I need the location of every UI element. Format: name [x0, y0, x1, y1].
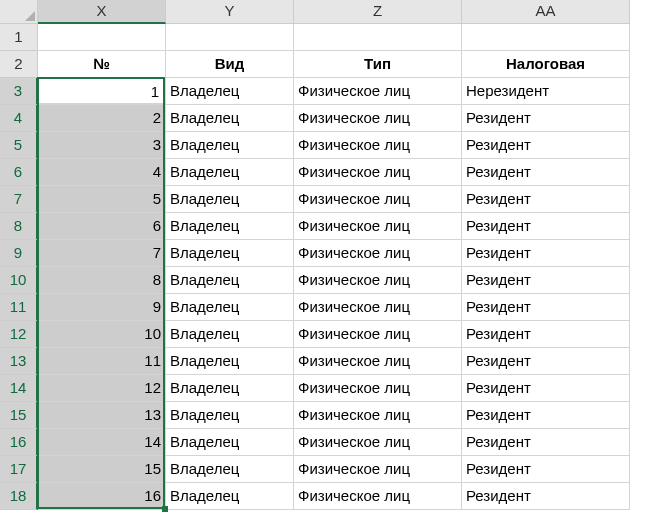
column-header-AA[interactable]: AA — [462, 0, 630, 24]
spreadsheet-grid[interactable]: XYZAA12№ВидТипНалоговая31ВладелецФизичес… — [0, 0, 645, 510]
cell-AA4[interactable]: Резидент — [462, 105, 630, 132]
cell-Z2[interactable]: Тип — [294, 51, 462, 78]
cell-AA3[interactable]: Нерезидент — [462, 78, 630, 105]
cell-Y2[interactable]: Вид — [166, 51, 294, 78]
row-header-16[interactable]: 16 — [0, 429, 38, 456]
column-header-Y[interactable]: Y — [166, 0, 294, 24]
cell-X3[interactable]: 1 — [38, 78, 166, 105]
cell-Y1[interactable] — [166, 24, 294, 51]
cell-Y11[interactable]: Владелец — [166, 294, 294, 321]
cell-AA5[interactable]: Резидент — [462, 132, 630, 159]
row-header-4[interactable]: 4 — [0, 105, 38, 132]
cell-AA15[interactable]: Резидент — [462, 402, 630, 429]
cell-Y8[interactable]: Владелец — [166, 213, 294, 240]
cell-Y18[interactable]: Владелец — [166, 483, 294, 510]
cell-AA17[interactable]: Резидент — [462, 456, 630, 483]
cell-AA8[interactable]: Резидент — [462, 213, 630, 240]
cell-Z1[interactable] — [294, 24, 462, 51]
cell-X13[interactable]: 11 — [38, 348, 166, 375]
cell-AA14[interactable]: Резидент — [462, 375, 630, 402]
cell-AA6[interactable]: Резидент — [462, 159, 630, 186]
row-header-7[interactable]: 7 — [0, 186, 38, 213]
row-header-1[interactable]: 1 — [0, 24, 38, 51]
cell-Y4[interactable]: Владелец — [166, 105, 294, 132]
cell-Z16[interactable]: Физическое лиц — [294, 429, 462, 456]
cell-Y14[interactable]: Владелец — [166, 375, 294, 402]
cell-X9[interactable]: 7 — [38, 240, 166, 267]
column-header-Z[interactable]: Z — [294, 0, 462, 24]
cell-X1[interactable] — [38, 24, 166, 51]
cell-AA12[interactable]: Резидент — [462, 321, 630, 348]
cell-Z8[interactable]: Физическое лиц — [294, 213, 462, 240]
row-header-8[interactable]: 8 — [0, 213, 38, 240]
cell-Z13[interactable]: Физическое лиц — [294, 348, 462, 375]
cell-AA10[interactable]: Резидент — [462, 267, 630, 294]
cell-AA2[interactable]: Налоговая — [462, 51, 630, 78]
cell-X17[interactable]: 15 — [38, 456, 166, 483]
cell-Z10[interactable]: Физическое лиц — [294, 267, 462, 294]
row-header-18[interactable]: 18 — [0, 483, 38, 510]
row-header-9[interactable]: 9 — [0, 240, 38, 267]
cell-Z18[interactable]: Физическое лиц — [294, 483, 462, 510]
row-header-6[interactable]: 6 — [0, 159, 38, 186]
cell-X2[interactable]: № — [38, 51, 166, 78]
cell-Z14[interactable]: Физическое лиц — [294, 375, 462, 402]
select-all-corner[interactable] — [0, 0, 38, 24]
cell-Z7[interactable]: Физическое лиц — [294, 186, 462, 213]
cell-Z4[interactable]: Физическое лиц — [294, 105, 462, 132]
cell-AA13[interactable]: Резидент — [462, 348, 630, 375]
cell-AA1[interactable] — [462, 24, 630, 51]
cell-X11[interactable]: 9 — [38, 294, 166, 321]
cell-AA7[interactable]: Резидент — [462, 186, 630, 213]
cell-Y9[interactable]: Владелец — [166, 240, 294, 267]
cell-Y17[interactable]: Владелец — [166, 456, 294, 483]
cell-AA18[interactable]: Резидент — [462, 483, 630, 510]
cell-Z17[interactable]: Физическое лиц — [294, 456, 462, 483]
cell-AA9[interactable]: Резидент — [462, 240, 630, 267]
cell-Y3[interactable]: Владелец — [166, 78, 294, 105]
cell-Z6[interactable]: Физическое лиц — [294, 159, 462, 186]
cell-Z15[interactable]: Физическое лиц — [294, 402, 462, 429]
cell-Y12[interactable]: Владелец — [166, 321, 294, 348]
cell-X7[interactable]: 5 — [38, 186, 166, 213]
cell-Y16[interactable]: Владелец — [166, 429, 294, 456]
cell-X18[interactable]: 16 — [38, 483, 166, 510]
cell-X16[interactable]: 14 — [38, 429, 166, 456]
cell-Z9[interactable]: Физическое лиц — [294, 240, 462, 267]
cell-X14[interactable]: 12 — [38, 375, 166, 402]
cell-X4[interactable]: 2 — [38, 105, 166, 132]
row-header-12[interactable]: 12 — [0, 321, 38, 348]
cell-AA11[interactable]: Резидент — [462, 294, 630, 321]
column-header-X[interactable]: X — [38, 0, 166, 24]
cell-Z3[interactable]: Физическое лиц — [294, 78, 462, 105]
cell-Y6[interactable]: Владелец — [166, 159, 294, 186]
cell-X15[interactable]: 13 — [38, 402, 166, 429]
cell-X5[interactable]: 3 — [38, 132, 166, 159]
cell-X10[interactable]: 8 — [38, 267, 166, 294]
cell-Y5[interactable]: Владелец — [166, 132, 294, 159]
row-header-2[interactable]: 2 — [0, 51, 38, 78]
cell-X8[interactable]: 6 — [38, 213, 166, 240]
cell-Y13[interactable]: Владелец — [166, 348, 294, 375]
cell-Y15[interactable]: Владелец — [166, 402, 294, 429]
cell-AA16[interactable]: Резидент — [462, 429, 630, 456]
cell-Z12[interactable]: Физическое лиц — [294, 321, 462, 348]
row-header-3[interactable]: 3 — [0, 78, 38, 105]
row-header-10[interactable]: 10 — [0, 267, 38, 294]
cell-Y7[interactable]: Владелец — [166, 186, 294, 213]
row-header-13[interactable]: 13 — [0, 348, 38, 375]
row-header-5[interactable]: 5 — [0, 132, 38, 159]
cell-X12[interactable]: 10 — [38, 321, 166, 348]
cell-Y10[interactable]: Владелец — [166, 267, 294, 294]
cell-Z5[interactable]: Физическое лиц — [294, 132, 462, 159]
row-header-14[interactable]: 14 — [0, 375, 38, 402]
cell-X6[interactable]: 4 — [38, 159, 166, 186]
row-header-11[interactable]: 11 — [0, 294, 38, 321]
cell-Z11[interactable]: Физическое лиц — [294, 294, 462, 321]
row-header-15[interactable]: 15 — [0, 402, 38, 429]
row-header-17[interactable]: 17 — [0, 456, 38, 483]
